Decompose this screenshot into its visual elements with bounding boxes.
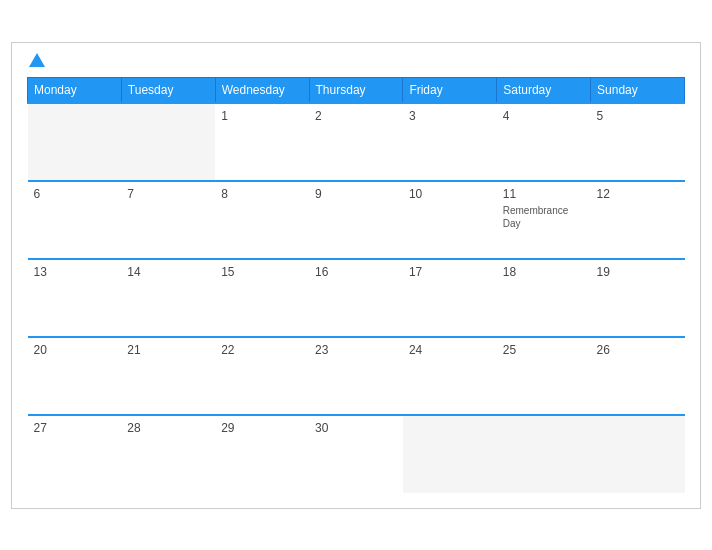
- calendar-cell: 14: [121, 259, 215, 337]
- calendar-cell: 12: [591, 181, 685, 259]
- calendar-cell: 16: [309, 259, 403, 337]
- logo-triangle-icon: [29, 53, 45, 67]
- calendar-cell: 22: [215, 337, 309, 415]
- day-number: 12: [597, 187, 679, 201]
- calendar-container: MondayTuesdayWednesdayThursdayFridaySatu…: [11, 42, 701, 509]
- calendar-table: MondayTuesdayWednesdayThursdayFridaySatu…: [27, 77, 685, 493]
- day-number: 8: [221, 187, 303, 201]
- calendar-cell: 13: [28, 259, 122, 337]
- day-number: 22: [221, 343, 303, 357]
- calendar-week-2: 67891011Remembrance Day12: [28, 181, 685, 259]
- calendar-cell: [497, 415, 591, 493]
- calendar-cell: 27: [28, 415, 122, 493]
- calendar-body: 1234567891011Remembrance Day121314151617…: [28, 103, 685, 493]
- calendar-cell: 5: [591, 103, 685, 181]
- day-number: 30: [315, 421, 397, 435]
- day-number: 16: [315, 265, 397, 279]
- column-header-friday: Friday: [403, 77, 497, 103]
- calendar-cell: 25: [497, 337, 591, 415]
- day-number: 21: [127, 343, 209, 357]
- calendar-cell: 28: [121, 415, 215, 493]
- calendar-cell: 1: [215, 103, 309, 181]
- calendar-cell: 26: [591, 337, 685, 415]
- day-number: 6: [34, 187, 116, 201]
- calendar-week-5: 27282930: [28, 415, 685, 493]
- calendar-week-4: 20212223242526: [28, 337, 685, 415]
- column-header-monday: Monday: [28, 77, 122, 103]
- day-number: 29: [221, 421, 303, 435]
- column-header-sunday: Sunday: [591, 77, 685, 103]
- calendar-cell: 21: [121, 337, 215, 415]
- calendar-cell: 24: [403, 337, 497, 415]
- day-number: 23: [315, 343, 397, 357]
- column-header-tuesday: Tuesday: [121, 77, 215, 103]
- calendar-cell: [591, 415, 685, 493]
- calendar-cell: 4: [497, 103, 591, 181]
- day-number: 25: [503, 343, 585, 357]
- day-number: 5: [597, 109, 679, 123]
- day-number: 18: [503, 265, 585, 279]
- calendar-cell: 23: [309, 337, 403, 415]
- day-number: 11: [503, 187, 585, 201]
- logo: [27, 53, 45, 69]
- day-number: 2: [315, 109, 397, 123]
- calendar-cell: 29: [215, 415, 309, 493]
- day-number: 24: [409, 343, 491, 357]
- holiday-label: Remembrance Day: [503, 204, 585, 230]
- day-number: 19: [597, 265, 679, 279]
- column-header-saturday: Saturday: [497, 77, 591, 103]
- day-number: 27: [34, 421, 116, 435]
- calendar-header: [27, 53, 685, 69]
- day-number: 7: [127, 187, 209, 201]
- day-number: 14: [127, 265, 209, 279]
- calendar-cell: 8: [215, 181, 309, 259]
- day-number: 28: [127, 421, 209, 435]
- day-number: 15: [221, 265, 303, 279]
- calendar-cell: 18: [497, 259, 591, 337]
- day-number: 1: [221, 109, 303, 123]
- day-number: 9: [315, 187, 397, 201]
- calendar-cell: [121, 103, 215, 181]
- calendar-week-1: 12345: [28, 103, 685, 181]
- calendar-cell: 10: [403, 181, 497, 259]
- calendar-cell: 11Remembrance Day: [497, 181, 591, 259]
- calendar-cell: 30: [309, 415, 403, 493]
- calendar-cell: 17: [403, 259, 497, 337]
- calendar-cell: 2: [309, 103, 403, 181]
- day-number: 17: [409, 265, 491, 279]
- day-number: 26: [597, 343, 679, 357]
- calendar-cell: [403, 415, 497, 493]
- calendar-cell: 7: [121, 181, 215, 259]
- day-number: 20: [34, 343, 116, 357]
- calendar-cell: 20: [28, 337, 122, 415]
- calendar-cell: 9: [309, 181, 403, 259]
- calendar-week-3: 13141516171819: [28, 259, 685, 337]
- day-number: 4: [503, 109, 585, 123]
- day-number: 13: [34, 265, 116, 279]
- calendar-cell: 15: [215, 259, 309, 337]
- calendar-cell: 19: [591, 259, 685, 337]
- day-number: 10: [409, 187, 491, 201]
- calendar-cell: 3: [403, 103, 497, 181]
- day-number: 3: [409, 109, 491, 123]
- calendar-cell: [28, 103, 122, 181]
- column-header-wednesday: Wednesday: [215, 77, 309, 103]
- calendar-cell: 6: [28, 181, 122, 259]
- column-header-thursday: Thursday: [309, 77, 403, 103]
- calendar-header-row: MondayTuesdayWednesdayThursdayFridaySatu…: [28, 77, 685, 103]
